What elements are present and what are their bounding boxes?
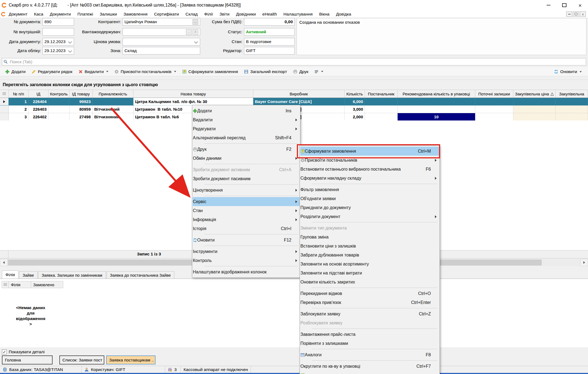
context-menu-item-0[interactable]: ДодатиIns <box>193 106 300 115</box>
table-cell[interactable]: Bayer Consumer Care [США] <box>253 98 345 105</box>
toolbar-button-plus[interactable]: Додати <box>3 68 28 75</box>
menubar-item-6[interactable]: Сертифікати <box>151 10 182 18</box>
column-header-4[interactable]: ІД товару <box>69 90 93 98</box>
table-cell[interactable] <box>398 98 475 105</box>
account-date-combo[interactable]: 29.12.2023 <box>42 47 74 55</box>
table-cell[interactable]: 1 <box>9 98 29 105</box>
mdi-minimize-button[interactable] <box>566 11 572 17</box>
detail-tab-0[interactable]: Філія <box>2 270 19 279</box>
zone-field[interactable]: Склад <box>123 47 200 55</box>
context-menu-item-8[interactable]: Зробити документ активнимCtrl+A <box>193 165 300 174</box>
service-submenu-item-8[interactable]: Розділити документ <box>300 212 439 221</box>
service-submenu-item-14[interactable]: Заповнити на основі асортименту <box>300 260 439 269</box>
menubar-item-0[interactable]: Документ <box>5 10 31 18</box>
toolbar-button-xred[interactable]: Видалити <box>76 68 111 75</box>
table-cell[interactable]: 3,000 <box>345 105 365 113</box>
service-submenu-item-6[interactable]: Об'єднати заявки <box>300 194 439 203</box>
table-cell[interactable]: 226402 <box>29 113 48 121</box>
table-cell[interactable] <box>398 105 475 113</box>
table-row-1[interactable]: 122640499923Цитра Кальцемин таб. п/о фл.… <box>0 98 588 105</box>
service-submenu-item-21[interactable]: Заблокувати заявкуCtrl+Z <box>300 309 439 318</box>
menubar-item-7[interactable]: Склад <box>182 10 201 18</box>
service-submenu-item-7[interactable]: Приєднати до документу <box>300 203 439 212</box>
table-cell[interactable] <box>48 113 69 121</box>
column-header-9[interactable]: Постачальник <box>365 90 398 98</box>
table-cell[interactable]: 226404 <box>29 98 48 105</box>
service-submenu-item-30[interactable] <box>300 371 439 374</box>
context-menu-item-6[interactable]: Обмін даними <box>193 154 300 163</box>
table-cell[interactable]: Вітчизняний <box>93 105 133 113</box>
table-cell[interactable] <box>365 113 398 121</box>
mdi-restore-button[interactable] <box>573 11 579 17</box>
column-header-13[interactable]: Закупівельна <box>556 90 588 98</box>
menubar-item-8[interactable]: Філії <box>201 10 216 18</box>
table-cell[interactable] <box>93 98 133 105</box>
context-menu-item-14[interactable]: Стан <box>193 206 300 215</box>
table-cell[interactable] <box>475 98 513 105</box>
menubar-item-12[interactable]: Налаштування <box>280 10 316 18</box>
table-cell[interactable]: 6,000 <box>345 98 365 105</box>
context-menu-item-2[interactable]: Редагувати <box>193 124 300 133</box>
row-marker-gutter[interactable] <box>0 105 9 113</box>
menubar-item-1[interactable]: Каса <box>31 10 47 18</box>
table-cell[interactable]: 226403 <box>29 105 48 113</box>
table-cell[interactable] <box>365 98 398 105</box>
detail-column-header[interactable]: Філія <box>9 281 31 288</box>
context-menu-item-18[interactable]: ОновитиF12 <box>193 236 300 245</box>
service-submenu-item-25[interactable]: Порівняти з залишками <box>300 339 439 348</box>
internal-number-field[interactable] <box>42 28 74 36</box>
consignee-field[interactable]: ... X <box>123 28 200 36</box>
column-header-6[interactable]: Назва товару <box>133 90 253 98</box>
menubar-item-11[interactable]: eHealth <box>259 10 280 18</box>
menubar-item-9[interactable]: Звіти <box>216 10 233 18</box>
context-menu-item-21[interactable]: Контроль <box>193 256 300 265</box>
toolbar-refresh-button[interactable]: Оновити <box>552 68 584 75</box>
contractor-picker-button[interactable]: ... <box>193 19 198 25</box>
table-cell[interactable] <box>475 105 513 113</box>
service-submenu-item-13[interactable]: Забрати дублювання товарів <box>300 251 439 260</box>
row-marker-gutter[interactable] <box>0 98 9 105</box>
column-header-1[interactable]: № п/п <box>9 90 29 98</box>
consignee-clear-button[interactable]: X <box>193 29 198 35</box>
context-menu-item-5[interactable]: ДрукF2 <box>193 145 300 154</box>
toolbar-button-sheet[interactable]: Сформувати замовлення <box>180 68 240 75</box>
table-cell[interactable] <box>48 105 69 113</box>
show-details-checkbox[interactable]: ✓ <box>2 349 7 354</box>
service-submenu-item-16[interactable]: Оновити кількість закритих <box>300 278 439 286</box>
minimize-button[interactable] <box>541 0 556 10</box>
toolbar-button-export[interactable]: Загальний експорт <box>242 68 290 75</box>
column-header-10[interactable]: Рекомендована кількість в упаковці <box>398 90 475 98</box>
menubar-item-4[interactable]: Залишки <box>96 10 120 18</box>
column-header-7[interactable]: Виробник <box>253 90 345 98</box>
table-cell[interactable] <box>475 113 513 121</box>
menubar-item-2[interactable]: Документи <box>47 10 74 18</box>
table-cell[interactable]: Цитра Кальцемин таб. п/о фл. № 30 <box>133 98 253 105</box>
table-cell[interactable] <box>556 98 588 105</box>
consignee-picker-button[interactable]: ... <box>186 29 192 35</box>
service-submenu-item-12[interactable]: Встановити ціни з залишків <box>300 242 439 251</box>
doc-number-field[interactable]: 890 <box>42 18 74 26</box>
price-condition-combo[interactable] <box>123 38 200 46</box>
context-menu-item-23[interactable]: Налаштувати відображення колонок <box>193 267 300 276</box>
task-button-0[interactable]: Головна <box>2 355 53 364</box>
table-cell[interactable] <box>48 98 69 105</box>
detail-tab-2[interactable]: Заявка. Залишки по замінникам <box>38 271 106 279</box>
table-cell[interactable]: 2 <box>9 105 29 113</box>
detail-column-header[interactable]: Замовлено <box>31 281 63 288</box>
table-cell[interactable]: 3 <box>9 113 29 121</box>
column-header-8[interactable]: Кількість <box>345 90 365 98</box>
select-all-corner[interactable] <box>0 90 9 98</box>
menubar-item-5[interactable]: Замовлення <box>120 10 151 18</box>
scroll-right-button[interactable] <box>580 259 588 266</box>
table-cell[interactable]: 2,000 <box>345 113 365 121</box>
service-submenu-item-0[interactable]: Сформувати замовленняCtrl+M <box>300 147 439 156</box>
toolbar-button-pencil[interactable]: Редагувати рядок <box>29 68 75 75</box>
context-menu-item-1[interactable]: Видалити <box>193 115 300 124</box>
context-menu-item-20[interactable]: Інструменти <box>193 247 300 256</box>
service-submenu-item-10[interactable]: Змінити тип документа <box>300 224 439 233</box>
restore-button[interactable] <box>556 0 572 10</box>
service-submenu-item-2[interactable]: Встановити останнього вибраного постачал… <box>300 165 439 174</box>
menubar-item-14[interactable]: Довідка <box>333 10 355 18</box>
sum-field[interactable]: 0,00 <box>244 18 295 26</box>
table-cell[interactable]: Вітчизняний <box>93 113 133 121</box>
